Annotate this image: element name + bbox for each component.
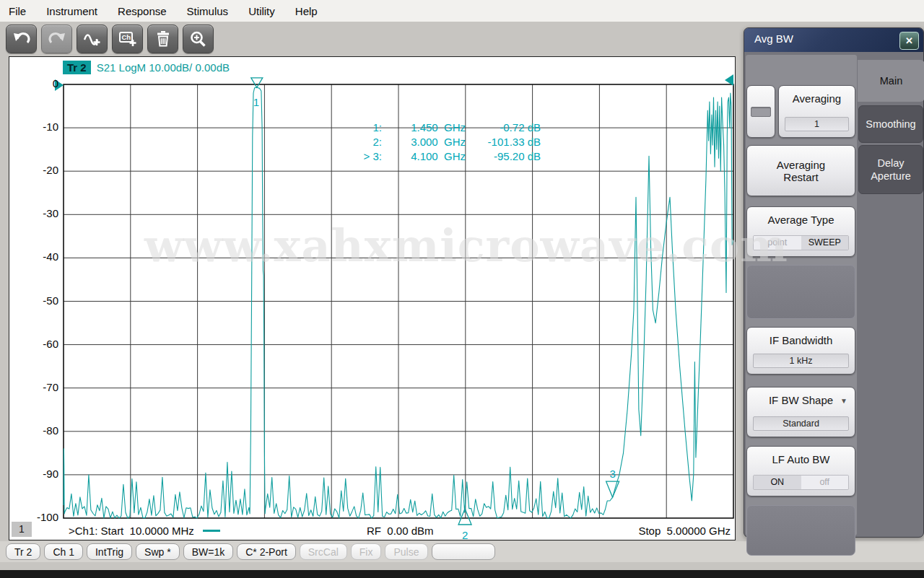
bottom-strip — [0, 562, 924, 570]
undo-icon — [12, 30, 31, 48]
add-trace-icon — [83, 30, 102, 48]
dropdown-arrow-icon: ▼ — [840, 397, 847, 405]
lf-auto-bw-segmented: ON off — [753, 475, 849, 490]
marker-1-label: 1 — [253, 96, 259, 108]
empty-softkey-2 — [746, 505, 855, 556]
menu-bar: FileInstrumentResponseStimulusUtilityHel… — [0, 0, 924, 22]
if-bandwidth-label: IF Bandwidth — [747, 334, 855, 346]
lf-auto-bw-off-option[interactable]: off — [801, 476, 849, 489]
menu-item-file[interactable]: File — [9, 5, 36, 17]
if-bw-shape-value[interactable]: Standard — [753, 416, 849, 431]
trace-color-dash — [203, 530, 220, 532]
panel-title-bar[interactable]: Avg BW ✕ — [744, 28, 923, 52]
status-button-pulse[interactable]: Pulse — [385, 543, 427, 560]
marker-2-label: 2 — [462, 529, 468, 540]
status-button-c-2-port[interactable]: C* 2-Port — [237, 543, 296, 560]
status-button-fix[interactable]: Fix — [351, 543, 382, 560]
averaging-restart-label: Averaging Restart — [747, 159, 855, 183]
menu-item-utility[interactable]: Utility — [238, 5, 285, 17]
average-type-sweep-option[interactable]: SWEEP — [801, 236, 849, 250]
stimulus-stop-label: Stop 5.00000 GHz — [638, 525, 731, 537]
status-button-srccal[interactable]: SrcCal — [300, 543, 347, 560]
y-tick--60: -60 — [22, 338, 58, 350]
marker-row-3: > 3:4.100 GHz-95.20 dB — [330, 149, 541, 164]
menu-item-instrument[interactable]: Instrument — [36, 5, 108, 17]
y-tick--90: -90 — [22, 468, 58, 480]
averaging-value[interactable]: 1 — [785, 117, 849, 131]
tab-smoothing[interactable]: Smoothing — [858, 105, 923, 143]
stimulus-start-label: >Ch1: Start 10.0000 MHz — [69, 525, 220, 537]
lf-auto-bw-on-option[interactable]: ON — [754, 476, 801, 489]
delete-icon — [154, 30, 173, 48]
close-icon: ✕ — [905, 35, 913, 46]
average-type-label: Average Type — [747, 214, 855, 226]
add-channel-icon: Ch — [118, 30, 137, 48]
averaging-toggle-led — [751, 107, 771, 117]
averaging-label: Averaging — [779, 92, 855, 105]
if-bw-shape-label: IF BW Shape — [747, 394, 855, 406]
channel-badge[interactable]: 1 — [12, 522, 32, 537]
menu-item-response[interactable]: Response — [108, 5, 177, 17]
svg-text:Ch: Ch — [121, 33, 131, 41]
tab-delay-aperture[interactable]: Delay Aperture — [858, 145, 923, 194]
average-type-button[interactable]: Average Type point SWEEP — [746, 206, 855, 257]
status-button-ch-1[interactable]: Ch 1 — [44, 543, 83, 560]
status-button-swp[interactable]: Swp * — [136, 543, 180, 560]
lf-auto-bw-button[interactable]: LF Auto BW ON off — [746, 446, 855, 496]
marker-row-1: 1:1.450 GHz-0.72 dB — [330, 121, 541, 135]
zoom-scale-icon — [189, 30, 208, 48]
status-button-tr-2[interactable]: Tr 2 — [6, 543, 40, 560]
if-bw-shape-button[interactable]: IF BW Shape ▼ Standard — [746, 387, 855, 437]
average-type-segmented: point SWEEP — [753, 235, 849, 250]
add-channel-button[interactable]: Ch — [112, 25, 143, 53]
y-tick--40: -40 — [22, 250, 58, 263]
marker-readout-table: 1:1.450 GHz-0.72 dB2:3.000 GHz-101.33 dB… — [330, 121, 541, 164]
empty-softkey-1 — [746, 265, 855, 319]
marker-3-label: 3 — [609, 468, 615, 480]
averaging-toggle-button[interactable] — [746, 85, 775, 138]
bottom-dark-bar — [0, 570, 924, 578]
marker-row-2: 2:3.000 GHz-101.33 dB — [330, 135, 541, 149]
averaging-restart-button[interactable]: Averaging Restart — [746, 145, 855, 196]
panel-title: Avg BW — [754, 32, 793, 45]
average-type-point-option[interactable]: point — [754, 236, 801, 250]
delete-button[interactable] — [147, 25, 178, 53]
undo-button[interactable] — [6, 25, 37, 53]
avg-bw-panel: Avg BW ✕ Averaging 1 Averaging Restart A… — [744, 27, 924, 538]
tab-main[interactable]: Main — [858, 60, 924, 102]
lf-auto-bw-label: LF Auto BW — [747, 453, 855, 465]
menu-item-stimulus[interactable]: Stimulus — [177, 5, 239, 17]
redo-button[interactable] — [41, 25, 72, 53]
status-button-inttrig[interactable]: IntTrig — [87, 543, 132, 560]
rf-power-label: RF 0.00 dBm — [367, 525, 434, 537]
panel-close-button[interactable]: ✕ — [899, 32, 919, 50]
status-button-bw-1k[interactable]: BW=1k — [183, 543, 234, 560]
y-tick--50: -50 — [22, 294, 58, 307]
start-frequency-text: >Ch1: Start 10.0000 MHz — [69, 525, 194, 537]
zoom-scale-button[interactable] — [183, 25, 214, 53]
y-tick--20: -20 — [22, 164, 58, 176]
if-bandwidth-button[interactable]: IF Bandwidth 1 kHz — [746, 327, 855, 375]
y-tick--70: -70 — [22, 381, 58, 393]
if-bandwidth-value[interactable]: 1 kHz — [753, 354, 849, 368]
averaging-button[interactable]: Averaging 1 — [778, 85, 855, 138]
plot-window: Tr 2 S21 LogM 10.00dB/ 0.00dB 123 0-10-2… — [9, 56, 736, 540]
marker-1-symbol[interactable] — [251, 78, 263, 88]
y-tick--80: -80 — [22, 424, 58, 437]
y-tick--10: -10 — [22, 121, 58, 133]
marker-3-symbol[interactable] — [606, 481, 619, 497]
status-button-empty[interactable] — [432, 543, 495, 560]
redo-icon — [48, 30, 66, 48]
add-trace-button[interactable] — [77, 25, 108, 53]
y-tick-0: 0 — [22, 77, 58, 89]
y-tick--30: -30 — [22, 207, 58, 219]
menu-item-help[interactable]: Help — [285, 5, 328, 17]
